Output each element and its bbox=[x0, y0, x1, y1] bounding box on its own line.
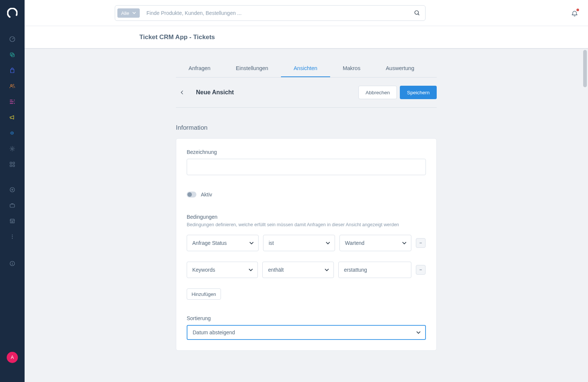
svg-point-12 bbox=[12, 234, 13, 235]
minus-icon bbox=[418, 241, 423, 245]
bag-icon bbox=[9, 67, 16, 74]
tab-auswertung[interactable]: Auswertung bbox=[373, 61, 427, 77]
label-name: Bezeichnung bbox=[187, 149, 426, 155]
nav-catalog[interactable] bbox=[0, 47, 25, 63]
form-card: Bezeichnung Aktiv Bedingungen Bedingunge… bbox=[176, 138, 437, 351]
plug-icon bbox=[9, 130, 16, 136]
chevron-down-icon bbox=[416, 330, 421, 335]
svg-point-4 bbox=[11, 85, 13, 86]
nav-settings[interactable] bbox=[0, 141, 25, 157]
sort-select[interactable]: Datum absteigend bbox=[187, 325, 426, 340]
tab-anfragen[interactable]: Anfragen bbox=[176, 61, 223, 77]
briefcase-icon bbox=[9, 202, 16, 209]
grid-icon bbox=[9, 161, 16, 168]
info-circle-icon bbox=[9, 260, 16, 267]
svg-rect-9 bbox=[13, 165, 15, 167]
svg-point-16 bbox=[415, 10, 418, 14]
add-condition-button[interactable]: Hinzufügen bbox=[187, 288, 221, 300]
remove-condition-button[interactable] bbox=[416, 235, 426, 251]
sort-label: Sortierung bbox=[187, 315, 426, 321]
tab-einstellungen[interactable]: Einstellungen bbox=[223, 61, 281, 77]
chevron-down-icon bbox=[326, 241, 330, 245]
page-title: Ticket CRM App - Tickets bbox=[139, 34, 215, 41]
chevron-down-icon bbox=[132, 11, 136, 15]
condition-operator-select[interactable]: ist bbox=[263, 235, 335, 251]
nav-more[interactable] bbox=[0, 229, 25, 244]
svg-point-14 bbox=[12, 238, 13, 239]
nav-dashboard[interactable] bbox=[0, 31, 25, 47]
svg-rect-11 bbox=[10, 204, 15, 207]
condition-row: Keywords enthält bbox=[187, 262, 426, 278]
notification-dot bbox=[576, 9, 579, 11]
conditions-desc: Bedingungen definieren, welche erfüllt s… bbox=[187, 222, 426, 227]
store-icon bbox=[9, 218, 16, 224]
tab-ansichten[interactable]: Ansichten bbox=[281, 61, 330, 77]
save-button[interactable]: Speichern bbox=[400, 86, 437, 99]
avatar[interactable]: A bbox=[7, 352, 18, 363]
condition-row: Anfrage Status ist Wartend bbox=[187, 235, 426, 251]
nav-content[interactable] bbox=[0, 94, 25, 110]
svg-rect-7 bbox=[13, 162, 15, 164]
nav-marketing[interactable] bbox=[0, 110, 25, 125]
notifications-button[interactable] bbox=[571, 9, 578, 17]
gauge-icon bbox=[9, 36, 16, 42]
nav-apps[interactable] bbox=[0, 157, 25, 172]
topbar: Alle bbox=[25, 0, 588, 26]
chevron-down-icon bbox=[402, 241, 407, 245]
avatar-letter: A bbox=[11, 355, 14, 360]
logo[interactable] bbox=[0, 0, 25, 26]
cancel-button[interactable]: Abbrechen bbox=[358, 86, 397, 99]
svg-rect-8 bbox=[10, 165, 12, 167]
nav-briefcase[interactable] bbox=[0, 198, 25, 213]
toggle-label: Aktiv bbox=[201, 192, 212, 198]
page-title-bar: Ticket CRM App - Tickets bbox=[25, 26, 588, 48]
minus-icon bbox=[418, 268, 423, 272]
condition-operator-select[interactable]: enthält bbox=[262, 262, 333, 278]
copy-icon bbox=[9, 51, 16, 58]
nav-customers[interactable] bbox=[0, 78, 25, 94]
scrollbar-thumb[interactable] bbox=[583, 50, 587, 87]
conditions-label: Bedingungen bbox=[187, 214, 426, 220]
gear-icon bbox=[9, 145, 16, 152]
search-input[interactable] bbox=[115, 5, 426, 21]
megaphone-icon bbox=[9, 114, 16, 121]
svg-rect-6 bbox=[10, 162, 12, 164]
svg-point-5 bbox=[12, 148, 13, 150]
nav-orders[interactable] bbox=[0, 63, 25, 78]
plus-circle-icon bbox=[9, 186, 16, 193]
search-scope-label: Alle bbox=[121, 10, 129, 16]
section-title: Information bbox=[176, 124, 437, 132]
active-toggle[interactable] bbox=[187, 192, 196, 198]
name-input[interactable] bbox=[187, 159, 426, 175]
tabs: Anfragen Einstellungen Ansichten Makros … bbox=[176, 61, 437, 78]
condition-value-input[interactable] bbox=[338, 262, 411, 278]
nav-add[interactable] bbox=[0, 182, 25, 198]
svg-point-0 bbox=[7, 8, 18, 18]
more-vertical-icon bbox=[9, 233, 16, 240]
back-button[interactable] bbox=[177, 88, 187, 97]
chevron-down-icon bbox=[325, 268, 329, 272]
action-title: Neue Ansicht bbox=[196, 89, 234, 96]
nav-help[interactable] bbox=[0, 256, 25, 271]
list-icon bbox=[9, 98, 16, 105]
chevron-left-icon bbox=[180, 90, 185, 95]
search-scope-dropdown[interactable]: Alle bbox=[117, 8, 140, 18]
nav-extensions[interactable] bbox=[0, 125, 25, 141]
app-logo-icon bbox=[7, 8, 18, 18]
condition-value-select[interactable]: Wartend bbox=[339, 235, 411, 251]
chevron-down-icon bbox=[249, 268, 253, 272]
condition-field-select[interactable]: Keywords bbox=[187, 262, 258, 278]
svg-point-13 bbox=[12, 236, 13, 237]
remove-condition-button[interactable] bbox=[416, 262, 426, 278]
nav-store[interactable] bbox=[0, 213, 25, 229]
tab-makros[interactable]: Makros bbox=[330, 61, 373, 77]
chevron-down-icon bbox=[249, 241, 254, 245]
sidebar: A bbox=[0, 0, 25, 382]
search-icon[interactable] bbox=[414, 10, 420, 16]
condition-field-select[interactable]: Anfrage Status bbox=[187, 235, 259, 251]
users-icon bbox=[9, 83, 16, 89]
